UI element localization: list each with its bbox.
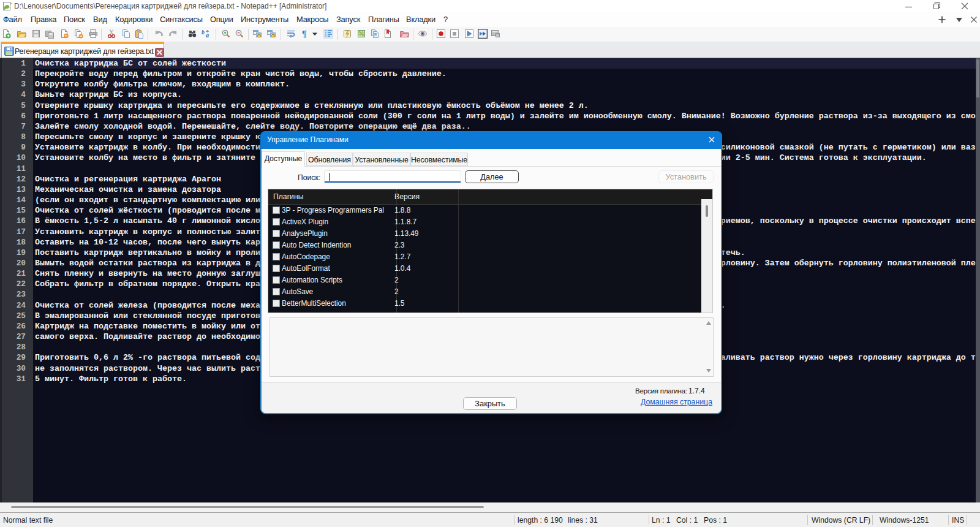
svg-text:b: b (202, 29, 205, 36)
svg-text:a: a (206, 32, 209, 39)
svg-text:¶: ¶ (302, 29, 307, 39)
